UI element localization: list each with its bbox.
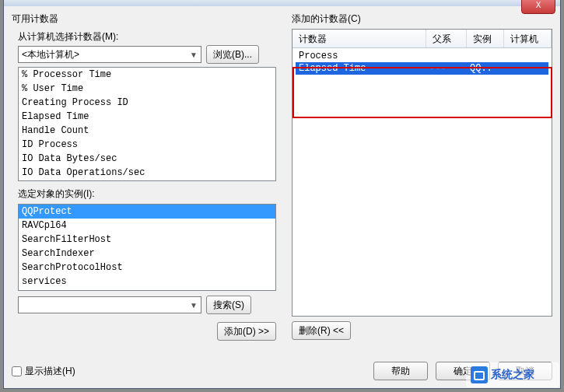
available-counters-title: 可用计数器 — [12, 12, 282, 26]
dialog-body: 可用计数器 从计算机选择计数器(M): <本地计算机> ▼ 浏览(B)... %… — [4, 6, 560, 347]
th-instance[interactable]: 实例 — [467, 30, 504, 47]
list-item[interactable]: IO Data Bytes/sec — [19, 152, 275, 166]
remove-button[interactable]: 删除(R) << — [292, 321, 351, 340]
th-counter[interactable]: 计数器 — [293, 30, 426, 47]
table-row[interactable]: Elapsed Time---QQ.. — [296, 62, 548, 75]
close-button[interactable]: X — [521, 0, 555, 14]
th-computer[interactable]: 计算机 — [504, 30, 552, 47]
list-item[interactable]: % Processor Time — [19, 68, 275, 82]
list-item[interactable]: Handle Count — [19, 124, 275, 138]
list-item[interactable]: SearchFilterHost — [19, 233, 275, 247]
added-counters-tree[interactable]: Process Elapsed Time---QQ.. — [293, 48, 552, 76]
list-item[interactable]: Creating Process ID — [19, 96, 275, 110]
watermark: 系统之家 — [466, 362, 559, 387]
search-combo[interactable]: ▼ — [18, 296, 201, 313]
list-item[interactable]: smss — [19, 289, 275, 291]
left-panel: 可用计数器 从计算机选择计数器(M): <本地计算机> ▼ 浏览(B)... %… — [12, 12, 282, 341]
instances-label: 选定对象的实例(I): — [18, 187, 282, 201]
browse-button[interactable]: 浏览(B)... — [206, 45, 259, 64]
chevron-down-icon: ▼ — [190, 301, 198, 310]
th-parent[interactable]: 父系 — [426, 30, 467, 47]
list-item[interactable]: Elapsed Time — [19, 110, 275, 124]
list-item[interactable]: ID Process — [19, 138, 275, 152]
list-item[interactable]: services — [19, 275, 275, 289]
dialog-window: X 可用计数器 从计算机选择计数器(M): <本地计算机> ▼ 浏览(B)...… — [3, 0, 561, 389]
list-item[interactable]: SearchIndexer — [19, 247, 275, 261]
list-item[interactable]: QQProtect — [19, 205, 275, 219]
titlebar: X — [4, 0, 560, 6]
show-description-input[interactable] — [12, 366, 22, 376]
computer-select-value: <本地计算机> — [22, 48, 79, 61]
list-item[interactable]: IO Other Bytes/sec — [19, 180, 275, 181]
added-counters-title: 添加的计数器(C) — [292, 12, 552, 26]
chevron-down-icon: ▼ — [190, 51, 198, 59]
list-item[interactable]: % User Time — [19, 82, 275, 96]
table-row[interactable]: Process — [296, 50, 548, 62]
watermark-text: 系统之家 — [491, 368, 534, 382]
show-description-label: 显示描述(H) — [25, 365, 75, 378]
list-item[interactable]: RAVCpl64 — [19, 219, 275, 233]
list-item[interactable]: IO Data Operations/sec — [19, 166, 275, 180]
search-button[interactable]: 搜索(S) — [206, 296, 251, 314]
from-computer-label: 从计算机选择计数器(M): — [18, 30, 282, 44]
added-counters-table: 计数器 父系 实例 计算机 Process Elapsed Time---QQ.… — [292, 29, 552, 317]
table-header: 计数器 父系 实例 计算机 — [293, 30, 552, 48]
list-item[interactable]: SearchProtocolHost — [19, 261, 275, 275]
counters-listbox[interactable]: % Processor Time% User TimeCreating Proc… — [18, 67, 276, 181]
watermark-icon — [471, 366, 488, 383]
help-button[interactable]: 帮助 — [373, 362, 428, 380]
add-button[interactable]: 添加(D) >> — [217, 322, 276, 341]
right-panel: 添加的计数器(C) 计数器 父系 实例 计算机 Process Elapsed … — [292, 12, 552, 341]
computer-select[interactable]: <本地计算机> ▼ — [18, 46, 201, 63]
instances-listbox[interactable]: QQProtectRAVCpl64SearchFilterHostSearchI… — [18, 204, 276, 291]
show-description-checkbox[interactable]: 显示描述(H) — [12, 365, 75, 378]
